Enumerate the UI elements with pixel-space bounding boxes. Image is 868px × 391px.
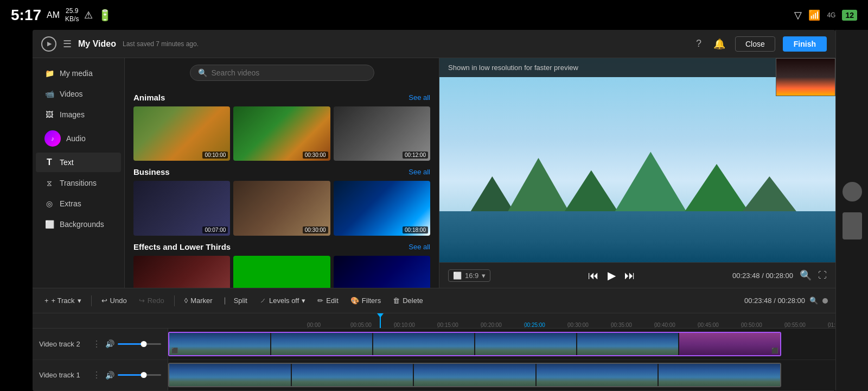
clip-frame bbox=[292, 364, 413, 386]
edit-button[interactable]: ✏ Edit bbox=[313, 294, 342, 307]
list-item[interactable]: 00:19:00 bbox=[233, 256, 330, 288]
ruler-mark: 00:05:00 bbox=[350, 322, 394, 328]
animals-grid: 00:10:00 00:30:00 00:12:00 bbox=[133, 106, 430, 161]
effects-grid: 00:15:00 00:19:00 00:10:00 bbox=[133, 256, 430, 288]
help-button[interactable]: ? bbox=[694, 36, 704, 52]
sidebar-item-audio[interactable]: ♪ Audio bbox=[36, 125, 121, 152]
thumb-effect3 bbox=[334, 256, 430, 288]
ruler-mark: 00:30:00 bbox=[567, 322, 611, 328]
volume-thumb-2[interactable] bbox=[141, 372, 147, 378]
marker-button[interactable]: ◊ Marker bbox=[180, 294, 217, 307]
undo-button[interactable]: ↩ Undo bbox=[97, 294, 131, 307]
duration-badge: 00:10:00 bbox=[202, 152, 228, 159]
effects-see-all[interactable]: See all bbox=[409, 243, 430, 251]
timeline-tracks: Video track 2 ⋮ 🔊 bbox=[33, 329, 835, 391]
fullscreen-button[interactable]: ⛶ bbox=[818, 270, 827, 280]
chevron-down-icon: ▾ bbox=[78, 297, 81, 305]
sidebar-item-extras[interactable]: ◎ Extras bbox=[36, 194, 121, 213]
sidebar-item-text[interactable]: T Text bbox=[36, 153, 121, 172]
audio-icon: ♪ bbox=[44, 130, 61, 147]
play-pause-button[interactable]: ▶ bbox=[608, 269, 616, 282]
preview-thumbnail bbox=[776, 58, 835, 96]
backgrounds-icon: ⬜ bbox=[44, 219, 54, 229]
menu-icon[interactable]: ☰ bbox=[63, 38, 72, 50]
sidebar-item-images[interactable]: 🖼 Images bbox=[36, 105, 121, 124]
animals-title: Animals bbox=[133, 93, 165, 102]
volume-icon-2: 🔊 bbox=[105, 371, 114, 380]
saved-status: Last saved 7 minutes ago. bbox=[123, 40, 199, 48]
volume-slider-2[interactable] bbox=[118, 374, 161, 376]
zoom-button[interactable]: 🔍 bbox=[797, 267, 814, 283]
timeline-toolbar: + + Track ▾ ↩ Undo ↪ Redo ◊ Marker ⎸ Spl… bbox=[33, 288, 835, 313]
network-icon: 4G bbox=[827, 11, 835, 19]
previous-button[interactable]: ⏮ bbox=[588, 269, 599, 282]
ruler-mark: 01:00:00 bbox=[828, 322, 835, 328]
volume-thumb[interactable] bbox=[141, 341, 147, 347]
search-input[interactable] bbox=[212, 68, 366, 77]
delete-button[interactable]: 🗑 Delete bbox=[388, 294, 427, 307]
play-button[interactable] bbox=[41, 36, 56, 52]
split-button[interactable]: ⎸ Split bbox=[220, 294, 252, 307]
business-see-all[interactable]: See all bbox=[409, 168, 430, 176]
list-item[interactable]: 00:30:00 bbox=[233, 181, 330, 235]
effects-title: Effects and Lower Thirds bbox=[133, 242, 231, 251]
clip-frame bbox=[659, 364, 780, 386]
media-scroll[interactable]: Animals See all 00:10:00 00:30:00 bbox=[125, 87, 439, 288]
timeline-ruler: 00:00 00:05:00 00:10:00 00:15:00 00:20:0… bbox=[33, 313, 835, 329]
duration-badge: 00:12:00 bbox=[403, 152, 428, 159]
track-volume-2: 🔊 bbox=[105, 339, 161, 348]
ruler-mark: 00:20:00 bbox=[481, 322, 524, 328]
duration-badge: 00:30:00 bbox=[303, 152, 328, 159]
main-area: 📁 My media 📹 Videos 🖼 Images ♪ Audio T T… bbox=[33, 58, 835, 288]
list-item[interactable]: 00:10:00 bbox=[133, 106, 230, 161]
ruler-mark: 00:55:00 bbox=[784, 322, 828, 328]
add-track-button[interactable]: + + Track ▾ bbox=[40, 294, 86, 307]
sidebar-item-backgrounds[interactable]: ⬜ Backgrounds bbox=[36, 215, 121, 234]
preview-controls: ⬜ 16:9 ▾ ⏮ ▶ ⏭ 00:23:48 / 00:28:00 🔍 ⛶ bbox=[439, 262, 835, 288]
playhead[interactable] bbox=[380, 313, 381, 328]
plus-icon: + bbox=[44, 297, 49, 305]
sidebar-item-videos[interactable]: 📹 Videos bbox=[36, 84, 121, 104]
notice-text: Shown in low resolution for faster previ… bbox=[448, 64, 578, 72]
search-icon: 🔍 bbox=[198, 68, 207, 77]
clip-frame bbox=[169, 364, 291, 386]
levels-button[interactable]: ⟋ Levels off ▾ bbox=[255, 294, 310, 307]
sidebar: 📁 My media 📹 Videos 🖼 Images ♪ Audio T T… bbox=[33, 58, 125, 288]
content-area: 🔍 Animals See all 00:10:00 bbox=[125, 58, 835, 288]
sidebar-item-my-media[interactable]: 📁 My media bbox=[36, 64, 121, 83]
finish-button[interactable]: Finish bbox=[783, 36, 827, 52]
video-clip[interactable]: ⬛ ⬛ bbox=[168, 332, 781, 356]
track-more-button-1[interactable]: ⋮ bbox=[92, 370, 101, 380]
list-item[interactable]: 00:12:00 bbox=[334, 106, 430, 161]
sidebar-label-audio: Audio bbox=[66, 134, 86, 143]
table-row: Video track 1 ⋮ 🔊 bbox=[33, 360, 835, 392]
filters-button[interactable]: 🎨 Filters bbox=[346, 294, 385, 307]
duration-badge: 00:30:00 bbox=[303, 226, 328, 234]
animals-see-all[interactable]: See all bbox=[409, 93, 430, 102]
notification-button[interactable]: 🔔 bbox=[711, 36, 727, 52]
list-item[interactable]: 00:15:00 bbox=[133, 256, 230, 288]
sidebar-item-transitions[interactable]: ⧖ Transitions bbox=[36, 173, 121, 193]
redo-button[interactable]: ↪ Redo bbox=[135, 294, 169, 307]
close-button[interactable]: Close bbox=[735, 36, 775, 52]
duration-badge: 00:07:00 bbox=[202, 226, 228, 234]
chevron-down-icon-2: ▾ bbox=[302, 297, 305, 305]
ruler-mark: 00:25:00 bbox=[524, 322, 567, 328]
track-more-button-2[interactable]: ⋮ bbox=[92, 339, 101, 349]
video-clip-2[interactable] bbox=[168, 363, 781, 387]
list-item[interactable]: 00:18:00 bbox=[334, 181, 430, 235]
ruler-mark: 00:40:00 bbox=[654, 322, 698, 328]
next-button[interactable]: ⏭ bbox=[624, 269, 635, 282]
aspect-ratio-selector[interactable]: ⬜ 16:9 ▾ bbox=[448, 269, 490, 282]
undo-icon: ↩ bbox=[101, 297, 107, 305]
volume-slider[interactable] bbox=[118, 343, 161, 345]
track-name-2: Video track 2 bbox=[39, 340, 88, 348]
ruler-marks: 00:00 00:05:00 00:10:00 00:15:00 00:20:0… bbox=[307, 322, 835, 328]
animals-section-header: Animals See all bbox=[133, 93, 430, 102]
transitions-icon: ⧖ bbox=[44, 178, 54, 188]
list-item[interactable]: 00:30:00 bbox=[233, 106, 330, 161]
ruler-mark: 00:45:00 bbox=[698, 322, 741, 328]
thumb-effect1 bbox=[133, 256, 230, 288]
list-item[interactable]: 00:07:00 bbox=[133, 181, 230, 235]
list-item[interactable]: 00:10:00 bbox=[334, 256, 430, 288]
